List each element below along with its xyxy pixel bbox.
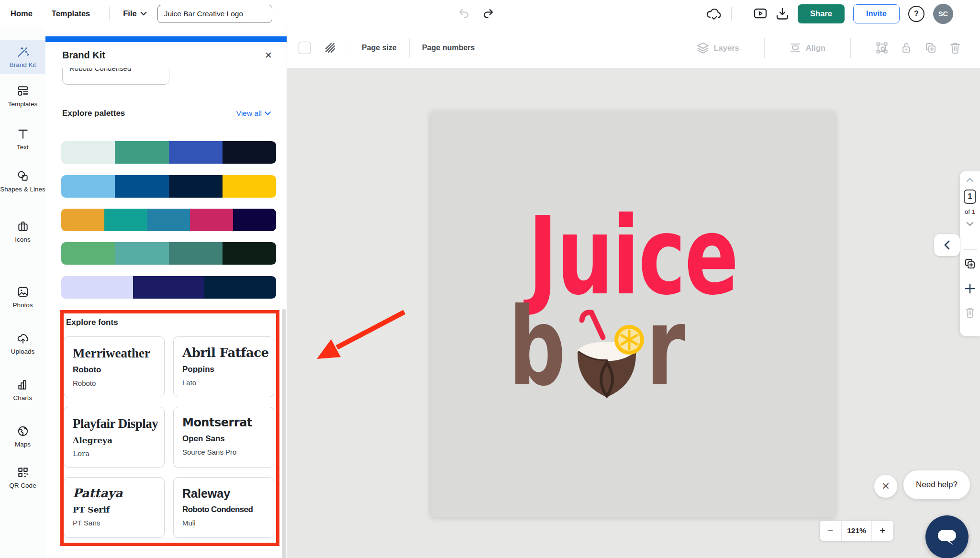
palette-color[interactable]: [169, 242, 223, 265]
palette-color[interactable]: [61, 276, 133, 299]
delete-page-button[interactable]: [960, 307, 980, 318]
palette-color[interactable]: [115, 242, 168, 265]
design-page[interactable]: Juice b r: [431, 112, 835, 517]
page-size-button[interactable]: Page size: [362, 44, 397, 52]
lock-icon[interactable]: [901, 42, 912, 54]
stripes-pattern-icon[interactable]: [324, 42, 336, 54]
previous-page-button[interactable]: [960, 178, 980, 182]
palette-color[interactable]: [223, 175, 276, 198]
font-primary: Merriweather: [73, 346, 164, 360]
palette-color[interactable]: [61, 242, 115, 265]
layers-button[interactable]: Layers: [697, 42, 739, 54]
font-card-montserrat[interactable]: Montserrat Open Sans Source Sans Pro: [173, 407, 274, 468]
panel-scrollbar[interactable]: [282, 309, 286, 558]
palette-color[interactable]: [115, 141, 168, 164]
duplicate-page-button[interactable]: [960, 257, 980, 270]
close-panel-button[interactable]: ✕: [265, 51, 272, 60]
zoom-in-button[interactable]: +: [872, 521, 893, 541]
chevron-down-icon: [966, 222, 974, 226]
font-card-pattaya[interactable]: Pattaya PT Serif PT Sans: [64, 477, 165, 538]
file-menu[interactable]: File: [123, 9, 146, 18]
page-numbers-button[interactable]: Page numbers: [422, 44, 475, 52]
canvas-workspace[interactable]: Juice b r − 121% + ✕ Nee: [287, 68, 980, 558]
palette-row[interactable]: [61, 242, 276, 265]
font-secondary: Alegreya: [73, 435, 164, 445]
sidebar-item-icons[interactable]: Icons: [0, 220, 45, 244]
plus-icon: [964, 283, 976, 294]
sidebar-item-uploads[interactable]: Uploads: [0, 332, 45, 356]
view-all-link[interactable]: View all: [236, 109, 271, 118]
current-page-indicator[interactable]: 1: [960, 190, 980, 204]
background-color-swatch[interactable]: [299, 42, 311, 54]
add-page-button[interactable]: [960, 283, 980, 294]
redo-icon: [482, 8, 494, 19]
palette-color[interactable]: [223, 242, 276, 265]
text-icon: [17, 128, 29, 140]
sidebar-item-text[interactable]: Text: [0, 128, 45, 151]
present-button[interactable]: [754, 8, 767, 20]
chat-button[interactable]: [925, 515, 969, 558]
palette-color[interactable]: [147, 209, 190, 231]
align-icon: [790, 42, 801, 54]
help-button[interactable]: ?: [908, 6, 924, 22]
font-card-raleway[interactable]: Raleway Roboto Condensed Muli: [173, 477, 274, 538]
palette-color[interactable]: [233, 209, 276, 231]
palette-row[interactable]: [61, 276, 276, 299]
next-page-button[interactable]: [960, 222, 980, 226]
sidebar-item-brand-kit[interactable]: Brand Kit: [0, 40, 45, 74]
duplicate-icon[interactable]: [924, 42, 937, 54]
sidebar-item-photos[interactable]: Photos: [0, 286, 45, 309]
palette-color[interactable]: [115, 175, 168, 198]
palette-color[interactable]: [223, 141, 276, 164]
close-icon: ✕: [881, 480, 890, 491]
redo-button[interactable]: [482, 8, 494, 19]
palette-row[interactable]: [61, 141, 276, 164]
palette-color[interactable]: [204, 276, 276, 299]
topbar-right-group: Share Invite ? SC: [706, 0, 953, 27]
palette-color[interactable]: [169, 175, 223, 198]
font-tertiary: Muli: [182, 519, 274, 527]
templates-link[interactable]: Templates: [52, 9, 90, 18]
zoom-level[interactable]: 121%: [841, 521, 872, 541]
undo-button[interactable]: [458, 8, 470, 19]
align-button[interactable]: Align: [790, 42, 825, 54]
font-card-playfair-display[interactable]: Playfair Display Alegreya Lora: [64, 407, 165, 468]
font-card-abril-fatface[interactable]: Abril Fatface Poppins Lato: [173, 336, 274, 397]
logo-text-bar[interactable]: b r: [509, 293, 699, 401]
palette-row[interactable]: [61, 209, 276, 231]
download-button[interactable]: [776, 8, 789, 20]
sidebar-item-charts[interactable]: Charts: [0, 379, 45, 402]
invite-button[interactable]: Invite: [853, 4, 900, 23]
sidebar-item-templates[interactable]: Templates: [0, 85, 45, 108]
collapse-rail-button[interactable]: [934, 234, 960, 256]
transform-icon[interactable]: [876, 42, 888, 54]
palette-color[interactable]: [61, 175, 115, 198]
trash-icon[interactable]: [949, 42, 961, 54]
sidebar-item-label: Photos: [0, 301, 45, 309]
sidebar-item-maps[interactable]: Maps: [0, 425, 45, 448]
font-primary: Raleway: [182, 487, 274, 500]
sidebar-item-qr-code[interactable]: QR Code: [0, 466, 45, 490]
palette-color[interactable]: [61, 141, 115, 164]
font-secondary: Open Sans: [182, 434, 274, 444]
zoom-out-button[interactable]: −: [820, 521, 841, 541]
font-secondary: Roboto: [73, 365, 164, 375]
palette-color[interactable]: [133, 276, 205, 299]
document-title-input[interactable]: [157, 5, 272, 23]
home-link[interactable]: Home: [11, 9, 33, 18]
palette-color[interactable]: [104, 209, 147, 231]
need-help-bubble[interactable]: Need help?: [903, 470, 970, 499]
cloud-sync-button[interactable]: [706, 7, 723, 21]
zoom-control: − 121% +: [820, 521, 893, 541]
font-card-merriweather[interactable]: Merriweather Roboto Roboto: [64, 336, 165, 397]
palette-row[interactable]: [61, 175, 276, 198]
palette-color[interactable]: [190, 209, 233, 231]
share-button[interactable]: Share: [798, 4, 845, 23]
dismiss-help-button[interactable]: ✕: [874, 475, 897, 498]
chat-bubble-icon: [936, 527, 958, 547]
avatar[interactable]: SC: [933, 4, 953, 24]
sidebar-item-shapes-lines[interactable]: Shapes & Lines: [0, 170, 45, 193]
brand-kit-panel: Roboto Condensed Brand Kit ✕ Explore pal…: [45, 27, 287, 558]
palette-color[interactable]: [61, 209, 104, 231]
palette-color[interactable]: [169, 141, 223, 164]
